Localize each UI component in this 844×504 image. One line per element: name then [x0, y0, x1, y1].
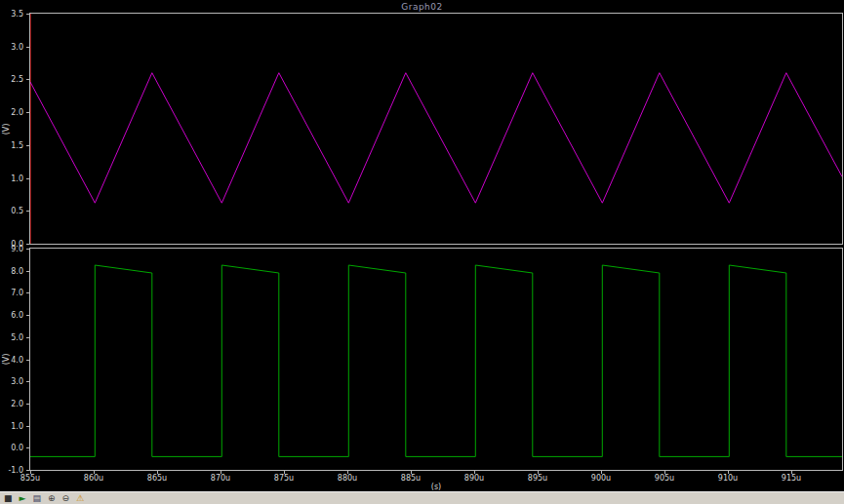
- square-wave-plot[interactable]: [29, 248, 843, 471]
- stop-icon[interactable]: ■: [4, 493, 13, 504]
- y-tick-label: 7.0: [11, 289, 23, 297]
- x-tick-label: 870u: [211, 474, 230, 483]
- x-tick-label: 855u: [20, 474, 40, 483]
- y-tick-mark: [26, 47, 29, 48]
- x-tick-mark: [664, 471, 665, 474]
- y-tick-label: 5.0: [11, 332, 23, 341]
- y-tick-label: 3.0: [11, 377, 23, 386]
- y-tick-mark: [26, 14, 29, 15]
- y-tick-mark: [26, 292, 29, 293]
- x-tick-label: 900u: [591, 474, 611, 483]
- y-tick-mark: [26, 244, 29, 245]
- square-trace: [30, 265, 842, 456]
- x-tick-mark: [284, 471, 285, 474]
- x-tick-mark: [728, 471, 729, 474]
- y-tick-mark: [26, 79, 29, 80]
- y-tick-mark: [26, 404, 29, 405]
- x-tick-mark: [221, 471, 221, 474]
- x-tick-label: 895u: [528, 474, 547, 483]
- y-tick-mark: [26, 426, 29, 427]
- x-tick-mark: [94, 471, 95, 474]
- y-tick-label: 4.0: [11, 355, 23, 364]
- y-tick-mark: [26, 447, 29, 448]
- y-tick-mark: [26, 381, 29, 382]
- x-tick-mark: [474, 471, 475, 474]
- y-tick-mark: [26, 145, 29, 146]
- y-tick-label: 8.0: [11, 266, 23, 275]
- window-title: Graph02: [0, 2, 844, 12]
- x-tick-label: 890u: [464, 474, 484, 483]
- y-tick-mark: [26, 271, 29, 272]
- y-tick-mark: [26, 249, 29, 250]
- x-tick-label: 865u: [147, 474, 167, 483]
- x-tick-mark: [411, 471, 412, 474]
- warning-icon[interactable]: ⚠: [76, 493, 84, 504]
- y-tick-label: 2.0: [11, 399, 23, 407]
- x-tick-mark: [347, 471, 348, 474]
- triangle-wave-plot[interactable]: [29, 13, 843, 245]
- taskbar: ■►▤⊕⊖⚠: [0, 491, 844, 504]
- x-tick-mark: [538, 471, 539, 474]
- y-tick-label: 1.0: [11, 421, 23, 430]
- x-tick-label: 875u: [274, 474, 294, 483]
- triangle-trace: [30, 73, 842, 204]
- x-tick-label: 885u: [401, 474, 421, 483]
- y-tick-label: 9.0: [11, 245, 23, 253]
- y-tick-mark: [26, 178, 29, 179]
- zoom-out-icon[interactable]: ⊖: [62, 493, 70, 504]
- x-tick-mark: [791, 471, 792, 474]
- x-tick-label: 880u: [338, 474, 357, 483]
- square-wave-svg: [30, 249, 842, 470]
- y-tick-mark: [26, 360, 29, 361]
- x-tick-label: 910u: [718, 474, 738, 483]
- x-axis-label: (s): [29, 483, 843, 491]
- play-icon[interactable]: ►: [20, 493, 26, 504]
- y-tick-mark: [26, 112, 29, 113]
- x-tick-mark: [157, 471, 158, 474]
- zoom-in-icon[interactable]: ⊕: [48, 493, 56, 504]
- graph-window: Graph02 (V) (V) 3.53.02.52.01.51.00.50.0…: [0, 0, 844, 504]
- y-tick-mark: [26, 315, 29, 316]
- triangle-wave-svg: [30, 14, 842, 244]
- y-tick-mark: [26, 211, 29, 212]
- x-tick-label: 905u: [655, 474, 674, 483]
- y-tick-mark: [26, 337, 29, 338]
- y-tick-label: 0.0: [11, 444, 23, 452]
- x-tick-label: 860u: [84, 474, 103, 483]
- x-tick-mark: [30, 471, 31, 474]
- log-icon[interactable]: ▤: [32, 493, 41, 504]
- y-axis-ticks-bottom: 9.08.07.06.05.04.03.02.01.00.0-1.0: [0, 0, 26, 504]
- x-tick-label: 915u: [782, 474, 801, 483]
- x-tick-mark: [601, 471, 602, 474]
- y-tick-label: 6.0: [11, 311, 23, 320]
- y-tick-mark: [26, 470, 29, 471]
